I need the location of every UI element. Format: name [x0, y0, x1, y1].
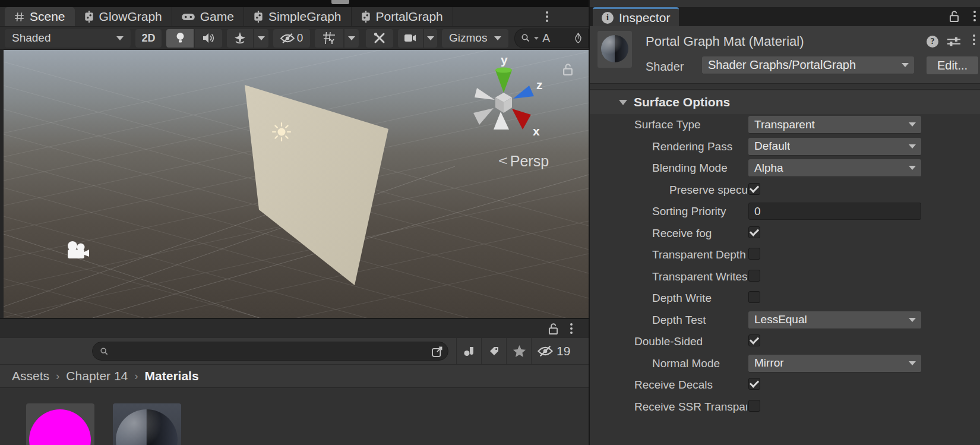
- transparent-writes-checkbox[interactable]: [748, 270, 760, 282]
- transparent-depth-p-checkbox[interactable]: [748, 248, 760, 260]
- checkmark-icon: [750, 334, 759, 344]
- chevron-down-icon: [902, 63, 909, 67]
- gizmos-label: Gizmos: [449, 31, 487, 45]
- search-icon: [521, 33, 530, 43]
- depth-write-checkbox[interactable]: [748, 291, 760, 303]
- filter-by-type-button[interactable]: [456, 338, 482, 364]
- material-asset-magenta[interactable]: [26, 403, 94, 445]
- chevron-down-icon: [909, 144, 916, 149]
- normal-mode-dropdown[interactable]: Mirror: [748, 355, 921, 373]
- sorting-priority-field[interactable]: 0: [748, 203, 921, 220]
- axis-neg-cone[interactable]: [494, 112, 509, 130]
- effects-toggle-button[interactable]: [227, 29, 253, 48]
- foldout-triangle-icon: [619, 100, 627, 105]
- material-asset-portal[interactable]: [113, 403, 181, 445]
- camera-dropdown-button[interactable]: [424, 29, 437, 48]
- double-sided-checkbox[interactable]: [748, 334, 760, 346]
- favorites-star-button[interactable]: [506, 338, 532, 364]
- preserve-specular-checkbox[interactable]: [748, 183, 760, 195]
- camera-gizmo[interactable]: [64, 239, 90, 263]
- rendering-pass-dropdown[interactable]: Default: [748, 138, 921, 156]
- material-menu-kebab-icon[interactable]: [968, 34, 980, 45]
- audio-toggle-button[interactable]: [195, 29, 222, 48]
- open-in-window-icon[interactable]: [432, 346, 443, 357]
- edit-shader-button[interactable]: Edit...: [927, 56, 978, 74]
- tab-label: GlowGraph: [99, 10, 162, 24]
- property-label: Receive fog: [652, 227, 747, 240]
- project-search-input[interactable]: [92, 342, 448, 361]
- tab-simplegraph[interactable]: SimpleGraph: [244, 7, 352, 26]
- surface-type-dropdown[interactable]: Transparent: [748, 116, 921, 134]
- chevron-right-icon: ›: [134, 370, 138, 383]
- property-row: Rendering PassDefault: [590, 136, 980, 158]
- blending-mode-dropdown[interactable]: Alpha: [748, 159, 921, 177]
- shading-mode-dropdown[interactable]: Shaded: [5, 29, 131, 48]
- toggle-2d-button[interactable]: 2D: [135, 29, 162, 48]
- receive-fog-checkbox[interactable]: [748, 226, 760, 238]
- axis-x-label: x: [533, 124, 540, 138]
- projection-toggle[interactable]: < Persp: [498, 152, 549, 171]
- component-tools-button[interactable]: [366, 29, 393, 48]
- shader-dropdown[interactable]: Shader Graphs/PortalGraph: [702, 56, 914, 74]
- grid-visibility-button[interactable]: [315, 29, 343, 48]
- surface-options-section-header[interactable]: Surface Options: [590, 90, 980, 114]
- chevron-down-icon: [494, 36, 501, 40]
- orientation-gizmo[interactable]: y z x: [459, 55, 548, 141]
- toggle-2d-label: 2D: [141, 32, 155, 45]
- tab-label: PortalGraph: [376, 10, 443, 24]
- section-title: Surface Options: [634, 95, 730, 109]
- axis-y-cone[interactable]: [495, 70, 512, 93]
- search-value: A: [542, 31, 550, 45]
- tab-portalgraph[interactable]: PortalGraph: [352, 7, 453, 26]
- breadcrumb-chapter[interactable]: Chapter 14: [66, 369, 128, 383]
- material-preview-sphere: [601, 35, 628, 62]
- depth-test-dropdown[interactable]: LessEqual: [748, 311, 921, 329]
- axis-neg-cone[interactable]: [475, 88, 495, 100]
- scene-view-toolbar: Shaded 2D 0: [0, 26, 589, 50]
- chevron-down-icon: [909, 361, 916, 365]
- effects-dropdown-button[interactable]: [254, 29, 268, 48]
- surface-options-properties: Surface TypeTransparentRendering PassDef…: [590, 114, 980, 418]
- chevron-left-icon: <: [498, 154, 508, 169]
- checkmark-icon: [750, 378, 759, 387]
- axis-neg-cone[interactable]: [473, 108, 494, 125]
- tab-inspector[interactable]: i Inspector: [593, 7, 679, 26]
- receive-decals-checkbox[interactable]: [748, 378, 760, 390]
- dropdown-value: Transparent: [748, 118, 815, 131]
- inspector-menu-kebab-icon[interactable]: [969, 11, 980, 21]
- tab-menu-kebab-icon[interactable]: [541, 11, 553, 22]
- lock-icon[interactable]: [548, 323, 559, 335]
- lock-icon[interactable]: [562, 63, 574, 76]
- breadcrumb-assets[interactable]: Assets: [12, 369, 49, 383]
- hidden-assets-button[interactable]: 19: [531, 338, 589, 364]
- lighting-toggle-button[interactable]: [166, 29, 194, 48]
- material-header: Portal Graph Mat (Material) ? Shader Sha…: [590, 26, 980, 84]
- scene-visibility-button[interactable]: 0: [273, 29, 310, 48]
- inspector-tab-label: Inspector: [619, 11, 670, 25]
- shadergraph-icon: [254, 11, 263, 23]
- scene-viewport[interactable]: y z x < Persp: [4, 50, 589, 318]
- presets-icon[interactable]: [947, 36, 960, 48]
- axis-x-cone[interactable]: [512, 109, 531, 130]
- breadcrumb-materials[interactable]: Materials: [145, 369, 199, 383]
- chevron-right-icon: ›: [56, 370, 59, 383]
- project-menu-kebab-icon[interactable]: [565, 323, 577, 334]
- directional-light-gizmo[interactable]: [271, 121, 292, 143]
- lock-icon[interactable]: [949, 10, 960, 23]
- scene-search-field[interactable]: A: [514, 29, 589, 48]
- filter-by-label-button[interactable]: [481, 338, 507, 364]
- tab-game[interactable]: Game: [172, 7, 244, 26]
- axis-z-label: z: [536, 78, 543, 91]
- gizmos-dropdown[interactable]: Gizmos: [442, 29, 508, 48]
- tab-scene[interactable]: Scene: [5, 7, 75, 26]
- property-label: Blending Mode: [652, 162, 747, 175]
- field-value: 0: [749, 205, 761, 218]
- receive-ssr-transpare-checkbox[interactable]: [748, 400, 760, 412]
- help-icon[interactable]: ?: [927, 36, 938, 48]
- scene-camera-button[interactable]: [398, 29, 423, 48]
- scene-panel: SceneGlowGraphGameSimpleGraphPortalGraph…: [0, 0, 589, 445]
- axis-z-cone[interactable]: [513, 86, 534, 99]
- material-thumbnail[interactable]: [598, 31, 632, 68]
- grid-dropdown-button[interactable]: [344, 29, 359, 48]
- tab-glowgraph[interactable]: GlowGraph: [75, 7, 172, 26]
